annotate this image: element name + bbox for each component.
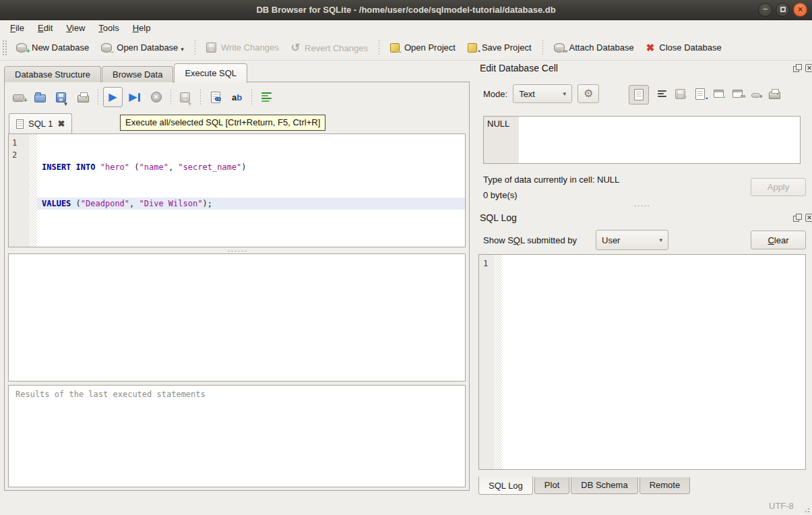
edit-cell-dock-buttons: ✕ bbox=[793, 64, 812, 72]
cell-value-editor[interactable]: NULL bbox=[483, 116, 801, 164]
line-number: 1 bbox=[12, 137, 29, 149]
new-database-button[interactable]: + New Database bbox=[10, 38, 95, 57]
tab-plot[interactable]: Plot bbox=[534, 477, 569, 494]
save-results-icon bbox=[180, 92, 190, 102]
cell-mode-row: Mode: Text ▾ ⚙ bbox=[483, 84, 599, 103]
new-sql-tab-icon: + bbox=[13, 94, 24, 102]
print-icon bbox=[77, 95, 89, 102]
text-view-button[interactable] bbox=[629, 85, 649, 104]
attach-database-button[interactable]: ∞ Attach Database bbox=[548, 38, 640, 57]
revert-changes-button[interactable]: ↺ Revert Changes bbox=[285, 38, 374, 58]
dock-close-icon[interactable]: ✕ bbox=[805, 214, 812, 222]
close-button[interactable]: × bbox=[793, 3, 807, 17]
log-filter-select[interactable]: User ▾ bbox=[596, 230, 668, 250]
sql-log-dock-title: SQL Log bbox=[480, 212, 517, 223]
chevron-down-icon: ▾ bbox=[563, 90, 567, 97]
print-sql-button[interactable] bbox=[73, 87, 93, 107]
dock-close-icon[interactable]: ✕ bbox=[805, 64, 812, 72]
tab-db-schema[interactable]: DB Schema bbox=[571, 477, 637, 494]
dock-float-icon[interactable] bbox=[793, 64, 801, 72]
save-project-button[interactable]: ▪ Save Project bbox=[462, 38, 538, 57]
sql-editor[interactable]: 1 2 INSERT INTO "hero" ("name", "secret_… bbox=[8, 133, 466, 247]
tab-execute-sql[interactable]: Execute SQL bbox=[174, 63, 247, 83]
sql-log-view[interactable]: 1 bbox=[478, 254, 806, 470]
results-message-pane: Results of the last executed statements bbox=[8, 385, 466, 487]
close-icon: × bbox=[798, 4, 803, 14]
clear-log-button[interactable]: Clear bbox=[751, 231, 806, 249]
dock-splitter-handle[interactable] bbox=[633, 205, 651, 207]
edit-cell-dock-title: Edit Database Cell bbox=[480, 63, 558, 73]
toolbar-separator bbox=[251, 90, 252, 104]
save-cell-button[interactable]: ▾ bbox=[675, 89, 687, 101]
minimize-button[interactable]: − bbox=[758, 3, 772, 17]
open-database-button[interactable]: → Open Database ▾ bbox=[95, 38, 190, 57]
tab-browse-data[interactable]: Browse Data bbox=[102, 66, 173, 82]
tab-remote[interactable]: Remote bbox=[639, 477, 691, 494]
save-results-button[interactable]: ▾ bbox=[176, 87, 195, 107]
window-controls: − × bbox=[758, 3, 807, 17]
new-database-icon: + bbox=[16, 43, 27, 53]
execute-line-icon: ▶ bbox=[129, 92, 137, 102]
menu-view[interactable]: View bbox=[59, 22, 92, 34]
close-database-button[interactable]: ✖ Close Database bbox=[640, 38, 728, 57]
menu-tools[interactable]: Tools bbox=[92, 22, 125, 34]
save-icon bbox=[675, 89, 685, 99]
apply-button[interactable]: Apply bbox=[751, 178, 806, 196]
maximize-button[interactable] bbox=[776, 3, 790, 17]
export-icon: → bbox=[714, 90, 724, 98]
toolbar-separator bbox=[98, 90, 98, 104]
dock-float-icon[interactable] bbox=[793, 214, 801, 222]
sql-editor-tab[interactable]: SQL 1 ✖ bbox=[9, 113, 72, 133]
sql-code-area[interactable]: INSERT INTO "hero" ("name", "secret_name… bbox=[37, 134, 465, 247]
import-cell-button[interactable]: ▪ bbox=[695, 88, 705, 102]
print-cell-button[interactable] bbox=[769, 88, 780, 101]
toolbar-separator bbox=[170, 90, 171, 104]
stop-execution-button[interactable]: ✕ bbox=[146, 87, 166, 107]
open-database-dropdown-icon[interactable]: ▾ bbox=[181, 46, 184, 53]
open-project-icon: → bbox=[390, 43, 400, 53]
execute-line-button[interactable]: ▶ bbox=[125, 87, 144, 107]
open-sql-file-button[interactable] bbox=[30, 87, 50, 107]
mode-value: Text bbox=[519, 89, 535, 99]
resize-grip[interactable] bbox=[802, 505, 811, 514]
menu-bar: File Edit View Tools Help bbox=[0, 21, 812, 35]
encoding-indicator[interactable]: UTF-8 bbox=[769, 501, 794, 511]
tab-database-structure[interactable]: Database Structure bbox=[4, 66, 101, 82]
open-sql-file-icon bbox=[34, 94, 46, 102]
sql-toolbar: + ▾ ▶ ▶ ✕ ▾ ab bbox=[9, 86, 276, 109]
toolbar-separator bbox=[379, 40, 379, 56]
export-cell-button[interactable]: → bbox=[714, 90, 724, 100]
write-changes-button[interactable]: Write Changes bbox=[200, 38, 285, 57]
link-icon: ∞ bbox=[732, 90, 743, 98]
print-icon bbox=[769, 92, 780, 99]
open-project-button[interactable]: → Open Project bbox=[384, 38, 462, 57]
menu-edit[interactable]: Edit bbox=[31, 22, 59, 34]
mode-select[interactable]: Text ▾ bbox=[513, 84, 572, 103]
sql-tab-close-icon[interactable]: ✖ bbox=[57, 119, 65, 129]
cell-editor-toolbar: ▾ ▪ → ∞ ∘ bbox=[629, 85, 780, 104]
sql-file-icon bbox=[16, 119, 24, 129]
toolbar-drag-handle[interactable] bbox=[2, 40, 7, 56]
revert-changes-icon: ↺ bbox=[291, 42, 300, 53]
set-null-button[interactable]: ∘ bbox=[751, 90, 760, 100]
log-filter-value: User bbox=[602, 235, 620, 245]
line-number: 2 bbox=[12, 149, 29, 161]
menu-file[interactable]: File bbox=[3, 22, 31, 34]
word-wrap-cell-button[interactable] bbox=[658, 89, 666, 100]
minimize-icon: − bbox=[763, 4, 768, 14]
open-external-button[interactable]: ∞ bbox=[732, 90, 743, 100]
code-line-1: INSERT INTO "hero" ("name", "secret_name… bbox=[37, 161, 465, 173]
tab-sql-log[interactable]: SQL Log bbox=[478, 477, 533, 495]
execute-all-button[interactable]: ▶ bbox=[103, 87, 123, 107]
find-replace-icon bbox=[211, 92, 220, 103]
new-sql-tab-button[interactable]: + bbox=[9, 87, 28, 107]
attach-database-icon: ∞ bbox=[554, 43, 565, 53]
format-sql-button[interactable]: ab bbox=[227, 87, 247, 107]
word-wrap-button[interactable] bbox=[257, 87, 276, 107]
splitter-handle[interactable] bbox=[8, 248, 466, 253]
auto-switch-mode-button[interactable]: ⚙ bbox=[577, 84, 599, 103]
menu-help[interactable]: Help bbox=[126, 22, 158, 34]
find-replace-button[interactable] bbox=[206, 87, 225, 107]
save-sql-file-button[interactable]: ▾ bbox=[52, 87, 71, 107]
results-placeholder: Results of the last executed statements bbox=[9, 386, 465, 403]
